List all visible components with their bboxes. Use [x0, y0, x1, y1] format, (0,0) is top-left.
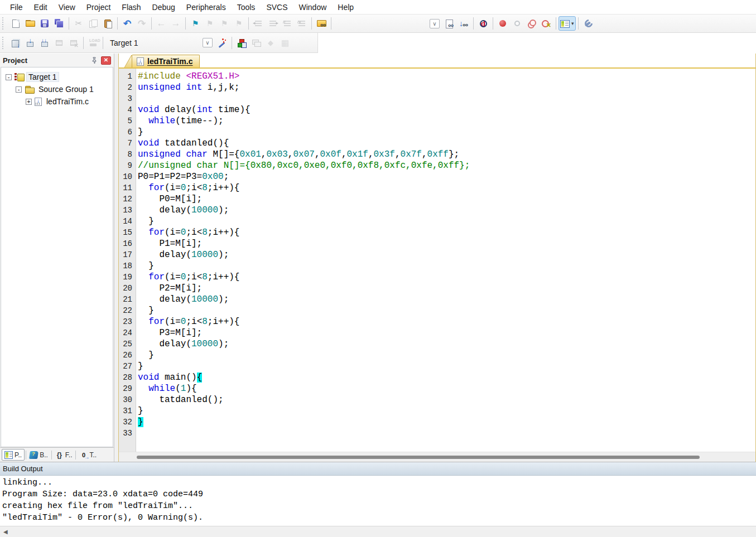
code-token: { [197, 372, 203, 383]
menu-svcs[interactable]: SVCS [261, 1, 293, 13]
code-line[interactable]: 9//unsigned char N[]={0x80,0xc0,0xe0,0xf… [119, 160, 755, 171]
code-line[interactable]: 13 delay(10000); [119, 205, 755, 216]
menu-tools[interactable]: Tools [232, 1, 261, 13]
code-line[interactable]: 25 delay(10000); [119, 338, 755, 350]
code-line[interactable]: 2unsigned int i,j,k; [119, 82, 755, 93]
code-line[interactable]: 32} [119, 417, 755, 428]
templates-tab[interactable]: T.. [77, 450, 99, 460]
code-line[interactable]: 16 P1=M[i]; [119, 238, 755, 249]
rebuild-all-button[interactable] [37, 36, 52, 50]
code-token: void [138, 138, 159, 148]
open-file-button[interactable] [23, 16, 37, 31]
menu-file[interactable]: File [4, 1, 28, 13]
code-line[interactable]: 28void main(){ [119, 372, 755, 383]
code-token: 0 [181, 228, 186, 238]
code-token [138, 272, 148, 282]
window-layout-button[interactable]: ▾ [558, 16, 576, 31]
code-token: } [138, 306, 154, 316]
tree-expander[interactable]: - [6, 74, 12, 80]
code-line[interactable]: 19 for(i=0;i<8;i++){ [119, 272, 755, 283]
paste-button[interactable] [100, 16, 115, 31]
code-editor[interactable]: 1#include <REGX51.H>2unsigned int i,j,k;… [119, 69, 755, 462]
insert-breakpoint-button[interactable] [495, 16, 510, 31]
function-navigate-dropdown[interactable] [427, 16, 442, 31]
tree-item-ledtraitim-c[interactable]: +ledTraiTim.c [1, 95, 113, 108]
code-line[interactable]: 1#include <REGX51.H> [119, 71, 755, 82]
document-tab[interactable]: ledTraiTim.c [132, 55, 200, 67]
menu-debug[interactable]: Debug [147, 1, 181, 13]
code-line[interactable]: 11 for(i=0;i<8;i++){ [119, 182, 755, 193]
code-line[interactable]: 14 } [119, 216, 755, 227]
menu-peripherals[interactable]: Peripherals [181, 1, 232, 13]
scrollbar-thumb[interactable] [137, 456, 700, 459]
code-line[interactable]: 29 while(1){ [119, 383, 755, 394]
target-select-dropdown[interactable] [200, 36, 215, 50]
code-line[interactable]: 21 delay(10000); [119, 294, 755, 305]
incremental-find-button[interactable] [456, 16, 471, 31]
scroll-left-arrow-icon[interactable]: ◀ [3, 529, 8, 535]
code-line[interactable]: 18 } [119, 260, 755, 272]
menu-project[interactable]: Project [81, 1, 117, 13]
kill-all-breakpoints-button[interactable] [539, 16, 553, 31]
tree-expander[interactable]: - [16, 86, 22, 93]
tree-expander[interactable]: + [26, 99, 32, 105]
menu-view[interactable]: View [53, 1, 81, 13]
build-toolbar: Target 1 [0, 33, 318, 53]
enable-disable-breakpoint-button[interactable] [510, 16, 524, 31]
code-line[interactable]: 31} [119, 405, 755, 417]
new-file-icon [12, 20, 20, 28]
find-in-files-button[interactable] [314, 16, 329, 31]
close-panel-button[interactable]: ✕ [101, 56, 111, 65]
save-all-button[interactable] [52, 16, 66, 31]
code-text: P3=M[i]; [133, 327, 202, 338]
code-line[interactable]: 30 tatdanled(); [119, 394, 755, 405]
toolbar-grip[interactable] [2, 37, 7, 49]
code-line[interactable]: 8unsigned char M[]={0x01,0x03,0x07,0x0f,… [119, 149, 755, 160]
code-line[interactable]: 22 } [119, 305, 755, 316]
new-file-button[interactable] [8, 16, 23, 31]
code-line[interactable]: 7void tatdanled(){ [119, 138, 755, 149]
options-for-target-button[interactable] [215, 36, 229, 50]
project-tab[interactable]: P.. [2, 449, 25, 461]
books-tab[interactable]: B.. [27, 450, 50, 460]
code-line[interactable]: 27} [119, 361, 755, 372]
code-text: } [133, 350, 154, 361]
target-select[interactable]: Target 1 [105, 36, 200, 50]
tree-item-target-1[interactable]: -Target 1 [1, 71, 113, 83]
translate-button[interactable] [8, 36, 23, 50]
code-line[interactable]: 24 P3=M[i]; [119, 327, 755, 338]
build-output-scrollbar[interactable]: ◀ [0, 526, 756, 537]
editor-horizontal-scrollbar[interactable] [119, 452, 755, 462]
code-line[interactable]: 12 P0=M[i]; [119, 193, 755, 205]
tree-item-source-group-1[interactable]: -Source Group 1 [1, 83, 113, 95]
undo-button[interactable] [120, 16, 134, 31]
code-line[interactable]: 10P0=P1=P2=P3=0x00; [119, 171, 755, 182]
disable-all-breakpoints-button[interactable] [524, 16, 539, 31]
menu-help[interactable]: Help [332, 1, 359, 13]
toolbar-grip[interactable] [2, 17, 7, 30]
build-button[interactable] [23, 36, 37, 50]
pin-icon[interactable] [89, 56, 99, 65]
menu-window[interactable]: Window [293, 1, 333, 13]
bookmark-toggle-button[interactable] [188, 16, 203, 31]
code-line[interactable]: 3 [119, 93, 755, 104]
code-token: 0 [181, 183, 186, 193]
functions-tab[interactable]: F.. [53, 450, 75, 460]
menu-flash[interactable]: Flash [116, 1, 146, 13]
code-line[interactable]: 33 [119, 428, 755, 439]
find-button[interactable] [476, 16, 490, 31]
code-line[interactable]: 17 delay(10000); [119, 249, 755, 260]
manage-project-items-button[interactable] [234, 36, 249, 50]
build-output-content[interactable]: linking...Program Size: data=23.0 xdata=… [0, 476, 756, 526]
code-line[interactable]: 20 P2=M[i]; [119, 283, 755, 294]
code-line[interactable]: 4void delay(int time){ [119, 104, 755, 115]
code-line[interactable]: 6} [119, 127, 755, 138]
code-line[interactable]: 26 } [119, 350, 755, 361]
menu-edit[interactable]: Edit [28, 1, 53, 13]
find-in-files-doc-button[interactable] [442, 16, 456, 31]
code-line[interactable]: 15 for(i=0;i<8;i++){ [119, 227, 755, 238]
code-line[interactable]: 5 while(time--); [119, 115, 755, 127]
code-line[interactable]: 23 for(i=0;i<8;i++){ [119, 316, 755, 327]
save-button[interactable] [37, 16, 52, 31]
configure-button[interactable] [581, 16, 595, 31]
